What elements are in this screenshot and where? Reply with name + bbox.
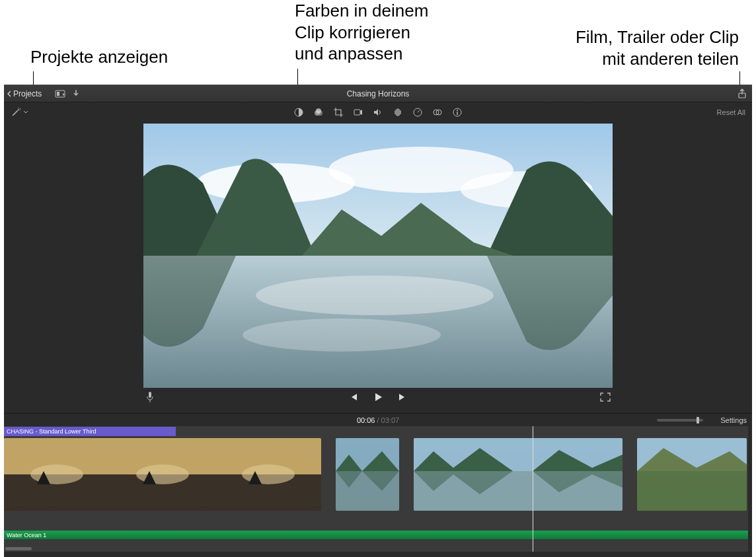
equalizer-icon bbox=[393, 107, 403, 118]
microphone-icon bbox=[145, 391, 155, 403]
volume-button[interactable] bbox=[373, 107, 383, 118]
current-time: 00:06 bbox=[357, 416, 375, 424]
svg-point-5 bbox=[315, 110, 320, 116]
timeline-right-edge bbox=[748, 426, 752, 552]
svg-rect-8 bbox=[354, 110, 360, 115]
svg-rect-14 bbox=[457, 112, 457, 115]
crop-button[interactable] bbox=[333, 107, 344, 118]
info-icon bbox=[452, 107, 463, 118]
next-button[interactable] bbox=[397, 392, 408, 405]
video-clip-4[interactable] bbox=[637, 438, 747, 511]
svg-rect-30 bbox=[414, 438, 623, 471]
audio-clip[interactable]: Water Ocean 1 bbox=[4, 531, 752, 539]
timeline-settings-button[interactable]: Settings bbox=[720, 416, 747, 424]
app-window: Projects Chasing Horizons Res bbox=[4, 85, 752, 557]
playhead[interactable] bbox=[533, 426, 533, 552]
previous-button[interactable] bbox=[348, 392, 359, 405]
svg-point-7 bbox=[316, 108, 321, 114]
play-icon bbox=[372, 391, 384, 403]
timeline-header: 00:06 / 03:07 Settings bbox=[4, 413, 752, 426]
share-button[interactable] bbox=[737, 85, 747, 102]
svg-point-4 bbox=[295, 108, 303, 116]
svg-rect-2 bbox=[739, 93, 745, 98]
adjust-icons-row bbox=[293, 107, 463, 118]
adjust-toolbar: Reset All bbox=[4, 102, 752, 122]
camera-icon bbox=[353, 107, 363, 118]
svg-rect-15 bbox=[143, 124, 613, 256]
landscape-preview-image bbox=[143, 124, 613, 388]
transport-bar bbox=[4, 388, 752, 409]
time-separator: / bbox=[375, 416, 381, 424]
color-balance-icon bbox=[293, 107, 304, 118]
color-wheel-icon bbox=[313, 107, 324, 118]
svg-point-11 bbox=[436, 110, 441, 115]
color-correction-button[interactable] bbox=[313, 107, 324, 118]
svg-point-16 bbox=[196, 163, 355, 203]
video-clip-1[interactable]: ▶◀ bbox=[4, 438, 321, 511]
projects-back-button[interactable]: Projects bbox=[4, 85, 47, 102]
color-balance-button[interactable] bbox=[293, 107, 304, 118]
title-clip[interactable]: CHASING - Standard Lower Third bbox=[4, 427, 176, 436]
svg-rect-0 bbox=[56, 91, 65, 97]
clip-filter-button[interactable] bbox=[432, 107, 443, 118]
filter-icon bbox=[432, 107, 443, 118]
noise-reduction-button[interactable] bbox=[393, 107, 403, 118]
previous-icon bbox=[348, 392, 359, 402]
volume-icon bbox=[373, 107, 383, 118]
next-icon bbox=[397, 392, 408, 402]
svg-point-3 bbox=[18, 109, 19, 110]
svg-point-26 bbox=[136, 464, 189, 484]
svg-rect-22 bbox=[149, 392, 151, 398]
svg-rect-19 bbox=[143, 256, 613, 388]
svg-point-27 bbox=[242, 464, 295, 484]
svg-point-20 bbox=[256, 276, 494, 315]
time-display: 00:06 / 03:07 bbox=[357, 416, 399, 424]
svg-point-21 bbox=[243, 318, 441, 352]
svg-point-9 bbox=[414, 108, 422, 116]
projects-label: Projects bbox=[13, 89, 42, 98]
project-title: Chasing Horizons bbox=[347, 89, 410, 98]
svg-rect-29 bbox=[336, 471, 399, 511]
wand-icon bbox=[11, 107, 21, 118]
svg-point-18 bbox=[461, 171, 593, 208]
svg-rect-28 bbox=[336, 438, 399, 471]
timeline[interactable]: CHASING - Standard Lower Third ▶◀ ▶◀ ▶◀ … bbox=[4, 426, 752, 552]
callout-color-label: Farben in deinem Clip korrigieren und an… bbox=[295, 0, 428, 65]
viewer-area bbox=[4, 122, 752, 413]
svg-point-6 bbox=[317, 110, 322, 116]
svg-point-12 bbox=[453, 108, 461, 116]
svg-point-13 bbox=[457, 110, 458, 111]
import-button[interactable] bbox=[68, 85, 84, 102]
svg-rect-1 bbox=[57, 92, 59, 96]
share-icon bbox=[737, 89, 747, 99]
fullscreen-button[interactable] bbox=[600, 392, 611, 404]
svg-rect-31 bbox=[414, 471, 623, 511]
preview-viewer[interactable] bbox=[143, 124, 613, 388]
zoom-slider[interactable] bbox=[657, 419, 703, 422]
total-time: 03:07 bbox=[381, 416, 400, 424]
titlebar: Projects Chasing Horizons bbox=[4, 85, 752, 102]
callout-projects-label: Projekte anzeigen bbox=[30, 46, 168, 68]
video-clip-2[interactable]: ▶◀ bbox=[336, 438, 399, 511]
info-button[interactable] bbox=[452, 107, 463, 118]
chevron-left-icon bbox=[7, 91, 12, 97]
enhance-button[interactable] bbox=[11, 107, 28, 118]
video-clip-3[interactable]: ▶◀ bbox=[414, 438, 623, 511]
speed-button[interactable] bbox=[412, 107, 423, 118]
svg-rect-24 bbox=[4, 474, 321, 511]
clip-row: ▶◀ ▶◀ ▶◀ bbox=[4, 438, 752, 511]
svg-point-25 bbox=[30, 464, 83, 484]
media-library-button[interactable] bbox=[52, 85, 68, 102]
svg-point-10 bbox=[434, 110, 439, 115]
speedometer-icon bbox=[412, 107, 423, 118]
svg-rect-23 bbox=[4, 438, 321, 474]
reset-all-button[interactable]: Reset All bbox=[717, 108, 745, 116]
stabilization-button[interactable] bbox=[353, 107, 363, 118]
fullscreen-icon bbox=[600, 392, 611, 402]
voiceover-button[interactable] bbox=[145, 391, 155, 406]
play-button[interactable] bbox=[372, 391, 384, 406]
svg-rect-32 bbox=[637, 438, 747, 471]
crop-icon bbox=[333, 107, 344, 118]
horizontal-scrollbar[interactable] bbox=[5, 547, 32, 550]
callout-share-label: Film, Trailer oder Clip mit anderen teil… bbox=[576, 26, 739, 69]
